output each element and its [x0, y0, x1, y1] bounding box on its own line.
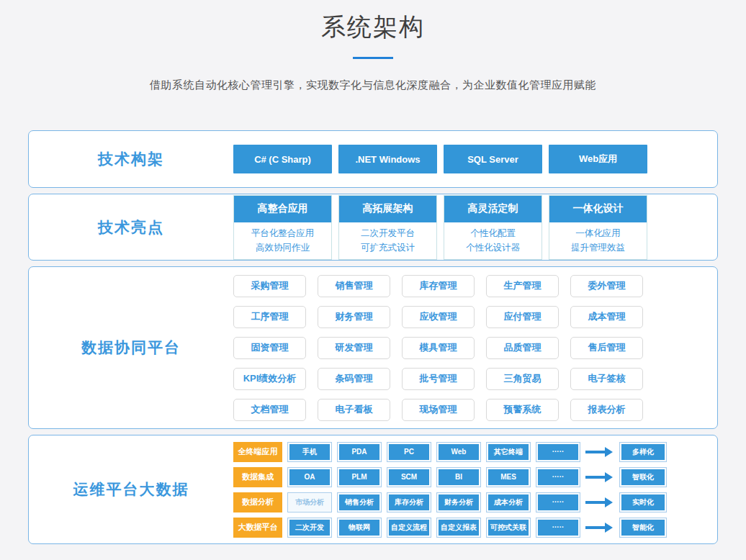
bigdata-rows: 全终端应用 手机 PDA PC Web 其它终端 ····· 多样化 数据集成 …: [233, 442, 667, 538]
ellipsis-label: ·····: [538, 469, 578, 485]
item-chip-more[interactable]: ·····: [536, 467, 580, 487]
result-chip-label: 智能化: [621, 520, 665, 536]
item-chip[interactable]: BI: [436, 467, 481, 487]
item-chip-label: MES: [488, 469, 529, 485]
item-chip[interactable]: 市场分析: [287, 492, 332, 512]
module-chip[interactable]: 售后管理: [570, 337, 643, 359]
panel-highlights: 技术亮点 高整合应用 平台化整合应用 高效协同作业 高拓展架构 二次开发平台 可…: [28, 194, 718, 261]
module-chip[interactable]: 工序管理: [233, 306, 306, 328]
module-chip[interactable]: 电子签核: [570, 368, 643, 390]
item-chip-label: 物联网: [339, 520, 379, 536]
highlight-card-allinone: 一体化设计 一体化应用 提升管理效益: [549, 195, 647, 260]
card-line: 一体化应用: [549, 226, 647, 240]
item-chip-more[interactable]: ·····: [536, 442, 580, 462]
module-chip[interactable]: 预警系统: [486, 399, 559, 421]
module-chip[interactable]: 文档管理: [233, 399, 306, 421]
panels: 技术构架 C# (C Sharp) .NET Windows SQL Serve…: [0, 130, 746, 544]
item-chip[interactable]: 财务分析: [436, 492, 481, 512]
item-chip-more[interactable]: ·····: [536, 492, 580, 512]
item-chip[interactable]: 成本分析: [486, 492, 531, 512]
item-chip-label: 二次开发: [289, 520, 330, 536]
module-chip[interactable]: 库存管理: [402, 275, 475, 297]
item-chip[interactable]: 库存分析: [387, 492, 431, 512]
card-title: 一体化设计: [549, 196, 647, 222]
module-chip[interactable]: 三角贸易: [486, 368, 559, 390]
module-chip[interactable]: 模具管理: [402, 337, 475, 359]
item-chip[interactable]: 自定义报表: [436, 518, 481, 538]
item-chip-label: 其它终端: [488, 444, 529, 460]
tech-stack-buttons: C# (C Sharp) .NET Windows SQL Server Web…: [233, 145, 647, 173]
item-chip-label: 财务分析: [439, 494, 479, 510]
item-chip[interactable]: 其它终端: [486, 442, 531, 462]
result-chip[interactable]: 多样化: [619, 442, 667, 462]
item-chip[interactable]: 销售分析: [337, 492, 382, 512]
card-line: 二次开发平台: [339, 226, 436, 240]
module-chip[interactable]: 销售管理: [318, 275, 390, 297]
module-chip[interactable]: 应收管理: [402, 306, 475, 328]
card-body: 平台化整合应用 高效协同作业: [234, 222, 331, 259]
tech-button-csharp[interactable]: C# (C Sharp): [233, 145, 332, 173]
module-chip[interactable]: 批号管理: [402, 368, 475, 390]
item-chip[interactable]: MES: [486, 467, 531, 487]
module-grid: 采购管理 销售管理 库存管理 生产管理 委外管理 工序管理 财务管理 应收管理 …: [233, 275, 643, 421]
result-chip[interactable]: 智联化: [619, 467, 667, 487]
item-chip-label: 可控式关联: [488, 520, 529, 536]
page-title: 系统架构: [0, 0, 746, 44]
panel-tech-stack: 技术构架 C# (C Sharp) .NET Windows SQL Serve…: [28, 130, 718, 188]
module-chip[interactable]: 电子看板: [318, 399, 390, 421]
item-chip[interactable]: 手机: [287, 442, 332, 462]
item-chip-label: 市场分析: [289, 494, 330, 510]
item-chip[interactable]: SCM: [387, 467, 431, 487]
title-divider: [353, 57, 393, 59]
system-architecture-page: 系统架构 借助系统自动化核心管理引擎，实现数字化与信息化深度融合，为企业数值化管…: [0, 0, 746, 560]
highlight-card-integration: 高整合应用 平台化整合应用 高效协同作业: [233, 195, 332, 260]
ellipsis-label: ·····: [538, 520, 578, 536]
item-chip[interactable]: PDA: [337, 442, 382, 462]
arrow-right-icon: [585, 497, 614, 507]
ellipsis-label: ·····: [538, 494, 578, 510]
module-chip[interactable]: 成本管理: [570, 306, 643, 328]
tech-button-dotnet[interactable]: .NET Windows: [338, 145, 437, 173]
category-label: 全终端应用: [233, 442, 282, 462]
item-chip[interactable]: PLM: [337, 467, 382, 487]
module-chip[interactable]: 研发管理: [318, 337, 390, 359]
tech-button-web[interactable]: Web应用: [549, 145, 647, 173]
item-chip-label: 手机: [289, 444, 330, 460]
page-subtitle: 借助系统自动化核心管理引擎，实现数字化与信息化深度融合，为企业数值化管理应用赋能: [0, 78, 746, 92]
module-chip[interactable]: 条码管理: [318, 368, 390, 390]
item-chip[interactable]: 自定义流程: [387, 518, 431, 538]
result-chip-label: 多样化: [621, 444, 665, 460]
module-chip[interactable]: 品质管理: [486, 337, 559, 359]
item-chip[interactable]: 可控式关联: [486, 518, 531, 538]
module-chip[interactable]: 固资管理: [233, 337, 306, 359]
result-chip[interactable]: 实时化: [619, 492, 667, 512]
tech-stack-label: 技术构架: [29, 149, 233, 169]
card-line: 可扩充式设计: [339, 240, 436, 255]
arrow-right-icon: [585, 447, 614, 457]
bigdata-row-integration: 数据集成 OA PLM SCM BI MES ····· 智联化: [233, 467, 667, 487]
item-chip-label: PDA: [339, 444, 379, 460]
item-chip[interactable]: 二次开发: [287, 518, 332, 538]
module-chip[interactable]: 应付管理: [486, 306, 559, 328]
module-chip[interactable]: 委外管理: [570, 275, 643, 297]
module-chip[interactable]: 采购管理: [233, 275, 306, 297]
item-chip[interactable]: 物联网: [337, 518, 382, 538]
module-chip[interactable]: KPI绩效分析: [233, 368, 306, 390]
item-chip[interactable]: OA: [287, 467, 332, 487]
card-title: 高拓展架构: [339, 196, 436, 222]
card-line: 个性化设计器: [444, 240, 541, 255]
module-chip[interactable]: 财务管理: [318, 306, 390, 328]
item-chip[interactable]: Web: [436, 442, 481, 462]
card-line: 提升管理效益: [549, 240, 647, 255]
tech-button-sqlserver[interactable]: SQL Server: [444, 145, 542, 173]
bigdata-label: 运维平台大数据: [29, 479, 233, 500]
module-chip[interactable]: 生产管理: [486, 275, 559, 297]
module-chip[interactable]: 现场管理: [402, 399, 475, 421]
item-chip-more[interactable]: ·····: [536, 518, 580, 538]
arrow-right-icon: [585, 472, 614, 482]
card-body: 个性化配置 个性化设计器: [444, 222, 541, 259]
module-chip[interactable]: 报表分析: [570, 399, 643, 421]
result-chip[interactable]: 智能化: [619, 518, 667, 538]
card-line: 高效协同作业: [234, 240, 331, 255]
item-chip[interactable]: PC: [387, 442, 431, 462]
